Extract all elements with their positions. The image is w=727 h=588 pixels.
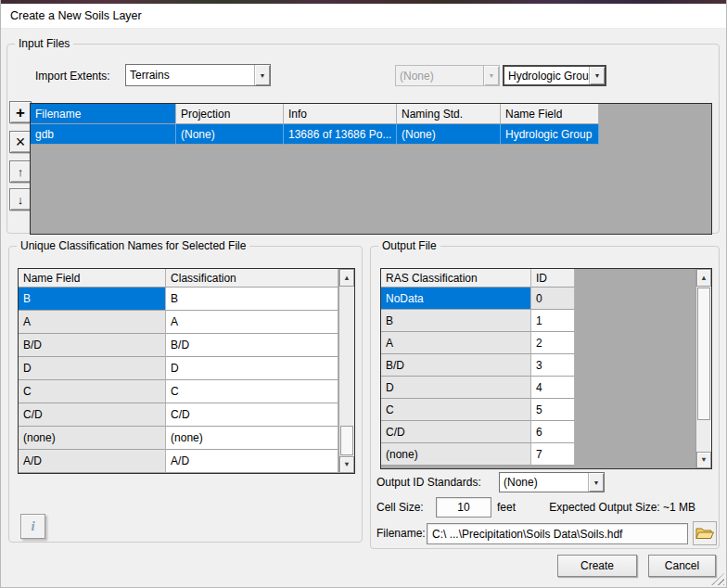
output-file-table: RAS Classification ID NoData 0 B 1 A 2 B… <box>380 268 712 469</box>
cell-classification[interactable]: C/D <box>166 403 338 427</box>
cell-classification[interactable]: (none) <box>166 427 338 450</box>
cell-classification[interactable]: D <box>166 357 338 380</box>
table-row[interactable]: B B <box>19 288 338 311</box>
cell-name-field[interactable]: A <box>19 311 166 334</box>
table-row[interactable]: A A <box>19 311 338 334</box>
table-row[interactable]: B/D 3 <box>381 354 695 377</box>
open-folder-icon <box>695 526 714 541</box>
table-row[interactable]: A 2 <box>381 332 695 354</box>
cell-id[interactable]: 1 <box>531 310 575 332</box>
cell-id[interactable]: 4 <box>531 377 575 399</box>
column-header-id[interactable]: ID <box>531 269 575 288</box>
cell-id[interactable]: 6 <box>531 421 575 443</box>
remove-file-button[interactable]: × <box>9 131 32 153</box>
scroll-up-button[interactable]: ▲ <box>696 269 711 287</box>
scroll-down-button[interactable]: ▼ <box>339 456 354 473</box>
column-header-classification[interactable]: Classification <box>166 269 338 288</box>
cell-ras-classification[interactable]: (none) <box>381 443 531 466</box>
cell-id[interactable]: 7 <box>531 443 575 466</box>
column-header-projection[interactable]: Projection <box>176 104 284 124</box>
scrollbar-thumb[interactable] <box>340 426 353 455</box>
classification-table: Name Field Classification B B A A B/D B/… <box>18 268 355 474</box>
table-row[interactable]: C 5 <box>381 399 695 421</box>
output-file-group-label: Output File <box>378 239 440 253</box>
cell-name-field[interactable]: D <box>19 357 166 380</box>
cell-size-input[interactable] <box>436 497 491 518</box>
column-header-name-field[interactable]: Name Field <box>19 269 166 288</box>
cell-ras-classification[interactable]: NoData <box>381 288 531 310</box>
import-extents-dropdown[interactable]: Terrains ▼ <box>125 64 271 86</box>
cell-ras-classification[interactable]: D <box>381 377 531 399</box>
table-row[interactable]: B/D B/D <box>19 334 338 357</box>
table-row[interactable]: D 4 <box>381 377 695 399</box>
create-button[interactable]: Create <box>557 555 637 577</box>
dropdown-arrow-glyph: ▼ <box>260 72 266 79</box>
create-soils-layer-dialog: Create a New Soils Layer Input Files Imp… <box>0 0 727 588</box>
cell-name-field[interactable]: (none) <box>19 427 166 450</box>
move-up-button[interactable]: ↑ <box>9 160 32 183</box>
classification-scrollbar[interactable]: ▲ ▼ <box>338 269 354 473</box>
cell-name-field[interactable]: B <box>19 288 166 311</box>
cell-classification[interactable]: A <box>166 311 338 334</box>
name-field-dropdown[interactable]: Hydrologic Grou ▼ <box>503 65 606 86</box>
cell-ras-classification[interactable]: C <box>381 399 531 421</box>
cell-projection[interactable]: (None) <box>176 124 284 145</box>
add-file-button[interactable]: + <box>9 101 32 123</box>
column-header-info[interactable]: Info <box>284 104 397 124</box>
column-header-ras-classification[interactable]: RAS Classification <box>381 269 531 288</box>
table-row[interactable]: (none) 7 <box>381 443 695 466</box>
cell-size-unit: feet <box>497 498 516 517</box>
output-id-standards-dropdown[interactable]: (None) ▼ <box>499 472 605 492</box>
cell-classification[interactable]: B <box>166 288 338 311</box>
table-row[interactable]: B 1 <box>381 310 695 332</box>
filename-input[interactable] <box>427 523 688 544</box>
table-row[interactable]: C C <box>19 380 338 403</box>
cell-info[interactable]: 13686 of 13686 Po... <box>284 124 397 145</box>
cell-id[interactable]: 2 <box>531 332 575 354</box>
chevron-down-icon[interactable]: ▼ <box>589 67 605 84</box>
cancel-button[interactable]: Cancel <box>648 555 716 577</box>
output-scrollbar[interactable]: ▲ ▼ <box>695 269 711 468</box>
table-row[interactable]: A/D A/D <box>19 450 338 473</box>
cell-ras-classification[interactable]: A <box>381 332 531 354</box>
scrollbar-thumb[interactable] <box>697 288 710 420</box>
cell-name-field[interactable]: Hydrologic Group <box>501 124 599 145</box>
cell-name-field[interactable]: A/D <box>19 450 166 473</box>
cell-ras-classification[interactable]: B <box>381 310 531 332</box>
cell-ras-classification[interactable]: C/D <box>381 421 531 443</box>
browse-folder-button[interactable] <box>693 521 717 545</box>
cell-classification[interactable]: A/D <box>166 450 338 473</box>
cell-name-field[interactable]: C/D <box>19 403 166 427</box>
expected-output-size: Expected Output Size: ~1 MB <box>549 498 695 517</box>
info-button[interactable]: i <box>20 514 45 539</box>
column-header-name-field[interactable]: Name Field <box>501 104 599 124</box>
cell-classification[interactable]: C <box>166 380 338 403</box>
table-row[interactable]: D D <box>19 357 338 380</box>
cell-naming-std[interactable]: (None) <box>397 124 501 145</box>
chevron-down-icon[interactable]: ▼ <box>588 473 604 492</box>
cell-filename[interactable]: gdb <box>31 124 176 145</box>
import-extents-label: Import Extents: <box>35 67 110 85</box>
scroll-down-button[interactable]: ▼ <box>696 452 711 468</box>
move-down-button[interactable]: ↓ <box>9 188 32 211</box>
arrow-up-icon: ↑ <box>18 166 24 178</box>
dropdown-arrow-glyph: ▼ <box>594 72 601 79</box>
cell-id[interactable]: 0 <box>531 288 575 310</box>
cell-classification[interactable]: B/D <box>166 334 338 357</box>
column-header-naming-std[interactable]: Naming Std. <box>397 104 501 124</box>
table-row[interactable]: C/D 6 <box>381 421 695 443</box>
table-row[interactable]: NoData 0 <box>381 288 695 310</box>
cell-id[interactable]: 5 <box>531 399 575 421</box>
cell-id[interactable]: 3 <box>531 354 575 377</box>
secondary-field-value: (None) <box>396 70 483 83</box>
column-header-filename[interactable]: Filename <box>31 104 176 124</box>
cell-ras-classification[interactable]: B/D <box>381 354 531 377</box>
chevron-down-icon[interactable]: ▼ <box>254 65 270 85</box>
table-row[interactable]: (none) (none) <box>19 427 338 450</box>
table-row[interactable]: C/D C/D <box>19 403 338 427</box>
table-row[interactable]: gdb (None) 13686 of 13686 Po... (None) H… <box>31 124 711 145</box>
scroll-up-button[interactable]: ▲ <box>339 269 354 287</box>
cell-name-field[interactable]: C <box>19 380 166 403</box>
cell-name-field[interactable]: B/D <box>19 334 166 357</box>
input-files-table-header: Filename Projection Info Naming Std. Nam… <box>31 104 711 124</box>
